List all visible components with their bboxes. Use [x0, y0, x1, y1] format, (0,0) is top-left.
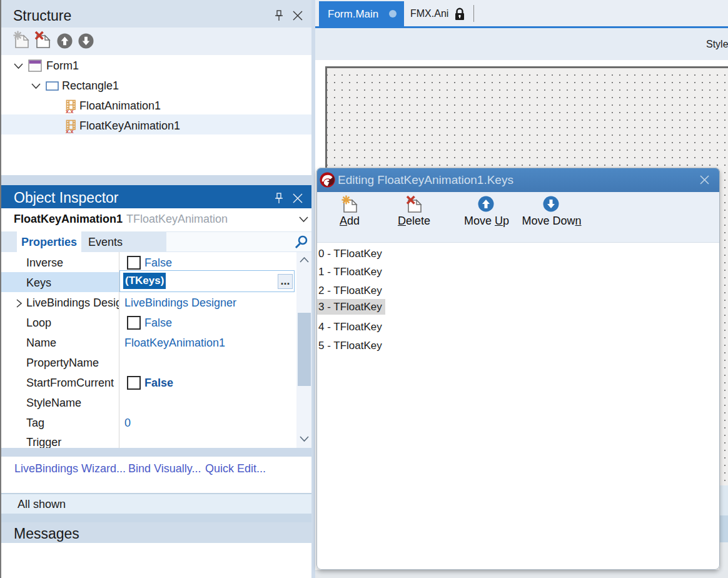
svg-text:x.x: x.x [66, 128, 74, 134]
svg-text:x.x: x.x [66, 108, 74, 114]
